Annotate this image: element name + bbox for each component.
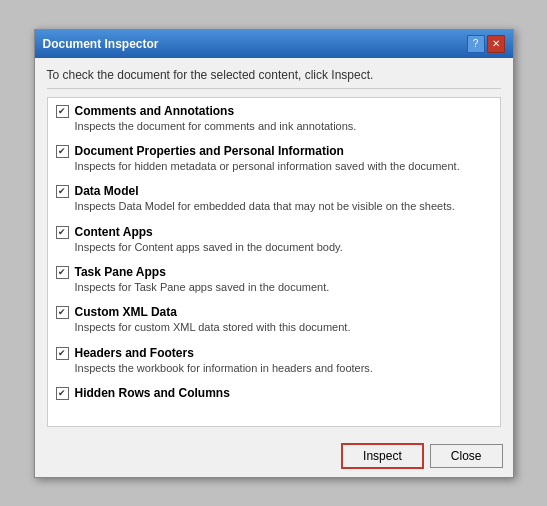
checkbox-content-apps[interactable] bbox=[56, 226, 69, 239]
item-content-headers-footers: Headers and FootersInspects the workbook… bbox=[75, 346, 496, 376]
item-desc-custom-xml: Inspects for custom XML data stored with… bbox=[75, 320, 496, 335]
item-desc-data-model: Inspects Data Model for embedded data th… bbox=[75, 199, 496, 214]
list-item: Comments and AnnotationsInspects the doc… bbox=[56, 104, 496, 134]
list-item: Custom XML DataInspects for custom XML d… bbox=[56, 305, 496, 335]
checkbox-comments[interactable] bbox=[56, 105, 69, 118]
item-content-data-model: Data ModelInspects Data Model for embedd… bbox=[75, 184, 496, 214]
list-item: Document Properties and Personal Informa… bbox=[56, 144, 496, 174]
title-bar-controls: ? ✕ bbox=[467, 35, 505, 53]
item-content-comments: Comments and AnnotationsInspects the doc… bbox=[75, 104, 496, 134]
item-title-hidden-rows: Hidden Rows and Columns bbox=[75, 386, 496, 400]
instruction-text: To check the document for the selected c… bbox=[47, 68, 501, 89]
dialog-title: Document Inspector bbox=[43, 37, 159, 51]
help-button[interactable]: ? bbox=[467, 35, 485, 53]
checkbox-custom-xml[interactable] bbox=[56, 306, 69, 319]
checkbox-task-pane-apps[interactable] bbox=[56, 266, 69, 279]
item-content-custom-xml: Custom XML DataInspects for custom XML d… bbox=[75, 305, 496, 335]
item-desc-task-pane-apps: Inspects for Task Pane apps saved in the… bbox=[75, 280, 496, 295]
item-title-headers-footers: Headers and Footers bbox=[75, 346, 496, 360]
list-item: Data ModelInspects Data Model for embedd… bbox=[56, 184, 496, 214]
item-content-task-pane-apps: Task Pane AppsInspects for Task Pane app… bbox=[75, 265, 496, 295]
checkbox-data-model[interactable] bbox=[56, 185, 69, 198]
item-title-doc-properties: Document Properties and Personal Informa… bbox=[75, 144, 496, 158]
item-title-comments: Comments and Annotations bbox=[75, 104, 496, 118]
dialog-footer: Inspect Close bbox=[35, 435, 513, 477]
checkbox-headers-footers[interactable] bbox=[56, 347, 69, 360]
checkbox-doc-properties[interactable] bbox=[56, 145, 69, 158]
items-scroll-container[interactable]: Comments and AnnotationsInspects the doc… bbox=[47, 97, 501, 427]
item-title-content-apps: Content Apps bbox=[75, 225, 496, 239]
list-item: Headers and FootersInspects the workbook… bbox=[56, 346, 496, 376]
close-button[interactable]: Close bbox=[430, 444, 503, 468]
item-title-custom-xml: Custom XML Data bbox=[75, 305, 496, 319]
item-content-doc-properties: Document Properties and Personal Informa… bbox=[75, 144, 496, 174]
title-bar: Document Inspector ? ✕ bbox=[35, 30, 513, 58]
list-item: Hidden Rows and Columns bbox=[56, 386, 496, 401]
item-title-data-model: Data Model bbox=[75, 184, 496, 198]
inspect-button[interactable]: Inspect bbox=[341, 443, 424, 469]
dialog-close-button[interactable]: ✕ bbox=[487, 35, 505, 53]
list-item: Task Pane AppsInspects for Task Pane app… bbox=[56, 265, 496, 295]
item-desc-doc-properties: Inspects for hidden metadata or personal… bbox=[75, 159, 496, 174]
item-title-task-pane-apps: Task Pane Apps bbox=[75, 265, 496, 279]
item-desc-headers-footers: Inspects the workbook for information in… bbox=[75, 361, 496, 376]
dialog-body: To check the document for the selected c… bbox=[35, 58, 513, 435]
document-inspector-dialog: Document Inspector ? ✕ To check the docu… bbox=[34, 29, 514, 478]
item-desc-comments: Inspects the document for comments and i… bbox=[75, 119, 496, 134]
list-item: Content AppsInspects for Content apps sa… bbox=[56, 225, 496, 255]
item-desc-content-apps: Inspects for Content apps saved in the d… bbox=[75, 240, 496, 255]
item-content-hidden-rows: Hidden Rows and Columns bbox=[75, 386, 496, 401]
checkbox-hidden-rows[interactable] bbox=[56, 387, 69, 400]
item-content-content-apps: Content AppsInspects for Content apps sa… bbox=[75, 225, 496, 255]
